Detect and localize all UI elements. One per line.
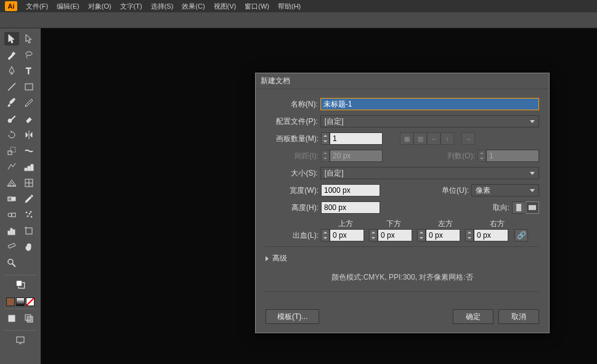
pencil-tool[interactable] [22,96,36,110]
name-input[interactable] [320,98,539,110]
orientation-landscape[interactable] [526,201,539,214]
menu-object[interactable]: 对象(O) [88,2,112,11]
direct-selection-tool[interactable] [22,32,36,46]
draw-mode-normal[interactable] [4,312,19,325]
advanced-label: 高级 [272,253,287,264]
menu-effect[interactable]: 效果(C) [182,2,205,11]
columns-input [486,150,539,162]
dialog-title-text: 新建文档 [261,76,290,86]
rotate-tool[interactable] [4,128,19,142]
app-logo: Ai [5,1,17,11]
menu-view[interactable]: 视图(V) [214,2,237,11]
hand-tool[interactable] [22,240,36,254]
empty-tool-slot [22,256,36,270]
eyedropper-tool[interactable] [22,192,36,206]
orientation-portrait[interactable] [512,201,526,214]
artboards-label: 画板数量(M): [266,134,321,144]
size-label: 大小(S): [266,168,320,179]
svg-rect-7 [25,168,27,171]
bleed-bottom-label: 下方 [378,219,429,229]
zoom-tool[interactable] [4,256,19,270]
caret-icon [530,172,535,175]
profile-combo[interactable]: [自定] [320,115,539,127]
menubar: Ai 文件(F) 编辑(E) 对象(O) 文字(T) 选择(S) 效果(C) 视… [0,0,597,12]
dialog-titlebar[interactable]: 新建文档 [256,73,549,89]
profile-label: 配置文件(P): [266,116,320,127]
bleed-bottom-input[interactable] [378,229,412,241]
width-tool[interactable] [22,144,36,158]
svg-point-18 [29,213,30,214]
grid-by-col-icon[interactable]: ▥ [413,132,427,145]
blend-tool[interactable] [4,208,19,222]
arrange-col-icon[interactable]: ↕ [441,132,454,145]
menu-file[interactable]: 文件(F) [26,2,48,11]
svg-rect-9 [31,164,33,171]
pen-tool[interactable] [4,64,19,78]
mesh-tool[interactable] [22,176,36,190]
scale-tool[interactable] [4,144,19,158]
bleed-bottom-stepper[interactable] [369,229,378,241]
gradient-swatch[interactable] [16,297,25,306]
svg-rect-6 [10,147,15,152]
draw-mode-behind[interactable] [22,312,36,325]
menu-window[interactable]: 窗口(W) [245,2,269,11]
bleed-right-input[interactable] [474,229,508,241]
menu-select[interactable]: 选择(S) [151,2,174,11]
artboard-tool[interactable] [22,224,36,238]
artboards-input[interactable] [330,132,383,145]
grid-by-row-icon[interactable]: ▦ [400,132,413,145]
bleed-top-stepper[interactable] [321,229,330,241]
spacing-stepper [321,150,330,162]
menu-type[interactable]: 文字(T) [120,2,142,11]
cancel-button[interactable]: 取消 [498,309,539,324]
orient-label: 取向: [487,203,512,213]
svg-rect-8 [28,166,30,171]
rectangle-tool[interactable] [22,80,36,94]
type-tool[interactable]: T [22,64,36,78]
template-button[interactable]: 模板(T)... [266,309,319,324]
none-swatch[interactable] [26,297,35,306]
bleed-top-input[interactable] [330,229,364,241]
svg-text:T: T [26,66,31,76]
gradient-tool[interactable] [4,192,19,206]
color-swatch[interactable] [6,297,15,306]
advanced-disclosure[interactable]: 高级 [266,253,539,264]
arrange-rtl-icon[interactable]: → [461,132,475,145]
fill-stroke-indicator[interactable] [13,278,28,291]
menu-edit[interactable]: 编辑(E) [57,2,79,11]
height-label: 高度(H): [266,203,321,213]
perspective-grid-tool[interactable] [4,176,19,190]
svg-rect-24 [13,230,15,235]
blob-brush-tool[interactable] [4,112,19,126]
screen-mode[interactable] [13,333,28,347]
ok-button[interactable]: 确定 [453,309,493,324]
magic-wand-tool[interactable] [4,48,19,62]
bleed-left-input[interactable] [426,229,460,241]
width-input[interactable] [321,184,380,196]
line-tool[interactable] [4,80,19,94]
eraser-tool[interactable] [22,112,36,126]
symbol-sprayer-tool[interactable] [22,208,36,222]
arrange-row-icon[interactable]: ↔ [427,132,441,145]
height-input[interactable] [321,201,380,214]
paintbrush-tool[interactable] [4,96,19,110]
units-combo[interactable]: 像素 [471,184,539,196]
bleed-link-icon[interactable]: 🔗 [514,229,528,241]
slice-tool[interactable] [4,240,19,254]
size-combo[interactable]: [自定] [320,167,539,179]
reflect-tool[interactable] [22,128,36,142]
orientation-group [512,201,539,214]
svg-rect-14 [8,197,12,201]
bleed-left-stepper[interactable] [417,229,426,241]
lasso-tool[interactable] [22,48,36,62]
column-graph-tool[interactable] [4,224,19,238]
shape-builder-tool[interactable] [22,160,36,174]
bleed-right-stepper[interactable] [465,229,474,241]
free-transform-tool[interactable] [4,160,19,174]
spacing-label: 间距(I): [266,151,321,161]
tool-panel: T [0,28,41,364]
selection-tool[interactable] [4,32,19,46]
artboards-stepper[interactable] [321,132,330,145]
svg-rect-33 [27,317,33,322]
menu-help[interactable]: 帮助(H) [278,2,301,11]
